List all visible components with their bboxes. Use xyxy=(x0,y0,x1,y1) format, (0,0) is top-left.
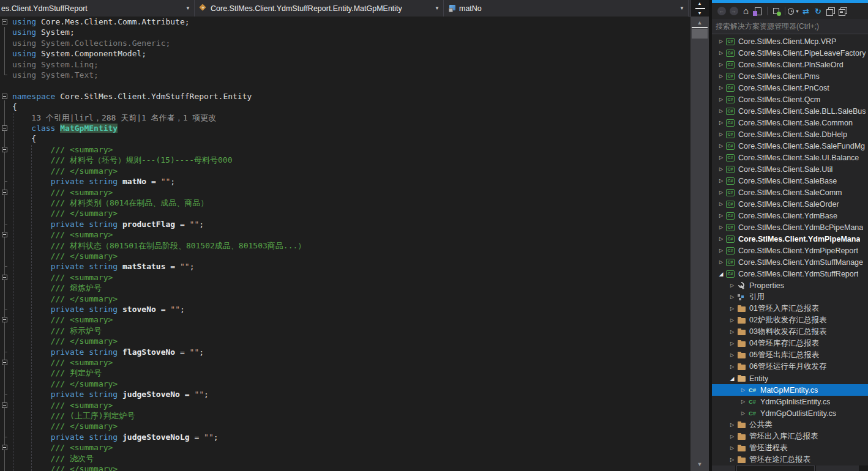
chevron-collapsed-icon[interactable]: ▷ xyxy=(717,73,725,79)
chevron-collapsed-icon[interactable]: ▷ xyxy=(728,317,736,323)
chevron-collapsed-icon[interactable]: ▷ xyxy=(717,155,725,160)
tree-item-core-stlmes-client-sale-salefundmg[interactable]: ▷C#Core.StlMes.Client.Sale.SaleFundMg xyxy=(712,140,868,152)
tree-item-core-stlmes-client-sale-common[interactable]: ▷C#Core.StlMes.Client.Sale.Common xyxy=(712,117,868,128)
chevron-collapsed-icon[interactable]: ▷ xyxy=(717,108,725,114)
collapse-all-icon[interactable] xyxy=(825,6,836,17)
sync-with-active-document-icon[interactable] xyxy=(752,6,764,17)
tree-item-ydmgpinlistentity-cs[interactable]: ▷C#YdmGpInlistEntity.cs xyxy=(712,396,868,407)
fold-toggle-icon[interactable] xyxy=(2,402,7,408)
chevron-collapsed-icon[interactable]: ▷ xyxy=(728,306,736,311)
chevron-collapsed-icon[interactable]: ▷ xyxy=(717,143,725,149)
chevron-collapsed-icon[interactable]: ▷ xyxy=(728,434,736,439)
fold-toggle-icon[interactable] xyxy=(2,190,7,195)
tree-item-core-stlmes-client-pipeleavefactory[interactable]: ▷C#Core.StlMes.Client.PipeLeaveFactory xyxy=(712,47,868,59)
chevron-collapsed-icon[interactable]: ▷ xyxy=(739,387,747,393)
chevron-collapsed-icon[interactable]: ▷ xyxy=(728,294,736,300)
tree-item-05管坯出库汇总报表[interactable]: ▷05管坯出库汇总报表 xyxy=(712,349,868,361)
tree-item-core-stlmes-client-ydmbcpipemana[interactable]: ▷C#Core.StlMes.Client.YdmBcPipeMana xyxy=(712,221,868,233)
fold-toggle-icon[interactable] xyxy=(2,125,7,131)
tree-item-管坯出入库汇总报表[interactable]: ▷管坯出入库汇总报表 xyxy=(712,431,868,442)
tree-item-管坯进程表[interactable]: ▷管坯进程表 xyxy=(712,442,868,454)
tree-item-ydmgpoutlistentity-cs[interactable]: ▷C#YdmGpOutlistEntity.cs xyxy=(712,407,868,419)
chevron-collapsed-icon[interactable]: ▷ xyxy=(728,364,736,369)
fold-toggle-icon[interactable] xyxy=(2,147,7,152)
tree-item-core-stlmes-client-qcm[interactable]: ▷C#Core.StlMes.Client.Qcm xyxy=(712,94,868,105)
tree-item-matgpmentity-cs[interactable]: ▷C#MatGpMEntity.cs xyxy=(712,384,868,396)
tree-item-core-stlmes-client-salebase[interactable]: ▷C#Core.StlMes.Client.SaleBase xyxy=(712,175,868,187)
tree-item-core-stlmes-client-sale-dbhelp[interactable]: ▷C#Core.StlMes.Client.Sale.DbHelp xyxy=(712,128,868,140)
chevron-collapsed-icon[interactable]: ▷ xyxy=(717,224,725,230)
chevron-collapsed-icon[interactable]: ▷ xyxy=(717,120,725,125)
chevron-expanded-icon[interactable]: ◢ xyxy=(717,271,725,277)
tree-item-引用[interactable]: ▷引用 xyxy=(712,291,868,303)
tree-item-core-stlmes-client-ydmbase[interactable]: ▷C#Core.StlMes.Client.YdmBase xyxy=(712,210,868,221)
tree-item-core-stlmes-client-salecomm[interactable]: ▷C#Core.StlMes.Client.SaleComm xyxy=(712,187,868,198)
tree-item-04管坯库存汇总报表[interactable]: ▷04管坯库存汇总报表 xyxy=(712,338,868,349)
tree-item-core-stlmes-client-saleorder[interactable]: ▷C#Core.StlMes.Client.SaleOrder xyxy=(712,198,868,210)
chevron-collapsed-icon[interactable]: ▷ xyxy=(728,352,736,358)
preview-selected-items-icon[interactable] xyxy=(770,6,782,17)
tree-item-core-stlmes-client-ydmstuffmanage[interactable]: ▷C#Core.StlMes.Client.YdmStuffManage xyxy=(712,256,868,268)
chevron-collapsed-icon[interactable]: ▷ xyxy=(728,329,736,335)
back-icon[interactable]: ← xyxy=(716,6,727,17)
type-dropdown[interactable]: Core.StlMes.Client.YdmStuffReport.Entity… xyxy=(195,0,444,17)
tree-item-core-stlmes-client-ydmpipemana[interactable]: ▷C#Core.StlMes.Client.YdmPipeMana xyxy=(712,233,868,245)
chevron-collapsed-icon[interactable]: ▷ xyxy=(717,213,725,218)
tree-item-core-stlmes-client-sale-util[interactable]: ▷C#Core.StlMes.Client.Sale.Util xyxy=(712,163,868,175)
chevron-collapsed-icon[interactable]: ▷ xyxy=(717,132,725,137)
tree-item-core-stlmes-client-plnsaleord[interactable]: ▷C#Core.StlMes.Client.PlnSaleOrd xyxy=(712,59,868,70)
chevron-collapsed-icon[interactable]: ▷ xyxy=(739,410,747,416)
fold-toggle-icon[interactable] xyxy=(2,275,7,280)
tree-item-06管坯运行年月收发存[interactable]: ▷06管坯运行年月收发存 xyxy=(712,361,868,373)
pending-changes-filter-icon[interactable]: ▼ xyxy=(788,6,799,17)
chevron-collapsed-icon[interactable]: ▷ xyxy=(717,85,725,91)
tool-window-tab[interactable] xyxy=(816,465,859,471)
tree-item-01管坯入库汇总报表[interactable]: ▷01管坯入库汇总报表 xyxy=(712,303,868,314)
chevron-collapsed-icon[interactable]: ▷ xyxy=(717,62,725,67)
split-editor-button[interactable]: ▼ xyxy=(690,0,709,17)
chevron-collapsed-icon[interactable]: ▷ xyxy=(739,399,747,404)
chevron-collapsed-icon[interactable]: ▷ xyxy=(717,97,725,102)
tree-item-entity[interactable]: ◢Entity xyxy=(712,373,868,384)
chevron-expanded-icon[interactable]: ◢ xyxy=(728,376,736,382)
chevron-collapsed-icon[interactable]: ▷ xyxy=(728,445,736,451)
chevron-collapsed-icon[interactable]: ▷ xyxy=(717,50,725,56)
tree-item-properties[interactable]: ▷Properties xyxy=(712,280,868,291)
chevron-collapsed-icon[interactable]: ▷ xyxy=(717,39,725,44)
tree-item-core-stlmes-client-pms[interactable]: ▷C#Core.StlMes.Client.Pms xyxy=(712,70,868,82)
scroll-up-icon[interactable]: ▲ xyxy=(690,18,709,27)
chevron-collapsed-icon[interactable]: ▷ xyxy=(717,259,725,265)
tool-window-tab[interactable] xyxy=(736,465,815,471)
show-all-files-icon[interactable] xyxy=(837,6,848,17)
sync-icon[interactable]: ⇄ xyxy=(800,6,812,17)
tree-item-core-stlmes-client-sale-bll-salebus[interactable]: ▷C#Core.StlMes.Client.Sale.BLL.SaleBus xyxy=(712,105,868,117)
chevron-collapsed-icon[interactable]: ▷ xyxy=(728,341,736,346)
fold-toggle-icon[interactable] xyxy=(2,360,7,365)
tree-item-core-stlmes-client-sale-ui-balance[interactable]: ▷C#Core.StlMes.Client.Sale.UI.Balance xyxy=(712,152,868,163)
tool-window-tab-strip[interactable] xyxy=(712,465,868,471)
scrollbar-thumb[interactable] xyxy=(692,29,708,39)
chevron-collapsed-icon[interactable]: ▷ xyxy=(717,248,725,253)
search-input[interactable] xyxy=(712,22,868,31)
tree-item-core-stlmes-client-mcp-vrp[interactable]: ▷C#Core.StlMes.Client.Mcp.VRP xyxy=(712,35,868,47)
forward-icon[interactable]: → xyxy=(728,6,739,17)
chevron-collapsed-icon[interactable]: ▷ xyxy=(717,166,725,172)
chevron-collapsed-icon[interactable]: ▷ xyxy=(717,201,725,207)
member-dropdown[interactable]: matNo ▼ xyxy=(444,0,689,17)
tree-item-core-stlmes-client-ydmpipereport[interactable]: ▷C#Core.StlMes.Client.YdmPipeReport xyxy=(712,245,868,256)
tree-item-core-stlmes-client-ydmstuffreport[interactable]: ◢C#Core.StlMes.Client.YdmStuffReport xyxy=(712,268,868,280)
scroll-down-icon[interactable]: ▼ xyxy=(690,460,709,469)
refresh-icon[interactable]: ↻ xyxy=(812,6,824,17)
tree-item-core-stlmes-client-pncost[interactable]: ▷C#Core.StlMes.Client.PnCost xyxy=(712,82,868,94)
fold-toggle-icon[interactable] xyxy=(2,317,7,322)
fold-toggle-icon[interactable] xyxy=(2,19,7,24)
chevron-collapsed-icon[interactable]: ▷ xyxy=(717,190,725,195)
editor-vertical-scrollbar[interactable]: ▲ ▼ xyxy=(690,17,709,471)
chevron-collapsed-icon[interactable]: ▷ xyxy=(717,236,725,242)
chevron-collapsed-icon[interactable]: ▷ xyxy=(728,422,736,428)
tree-item-03物料收发存汇总报表[interactable]: ▷03物料收发存汇总报表 xyxy=(712,326,868,338)
solution-explorer-search[interactable] xyxy=(712,19,868,34)
project-dropdown[interactable]: es.Client.YdmStuffReport ▼ xyxy=(0,0,195,17)
chevron-collapsed-icon[interactable]: ▷ xyxy=(728,283,736,288)
tree-item-02炉批收发存汇总报表[interactable]: ▷02炉批收发存汇总报表 xyxy=(712,314,868,326)
